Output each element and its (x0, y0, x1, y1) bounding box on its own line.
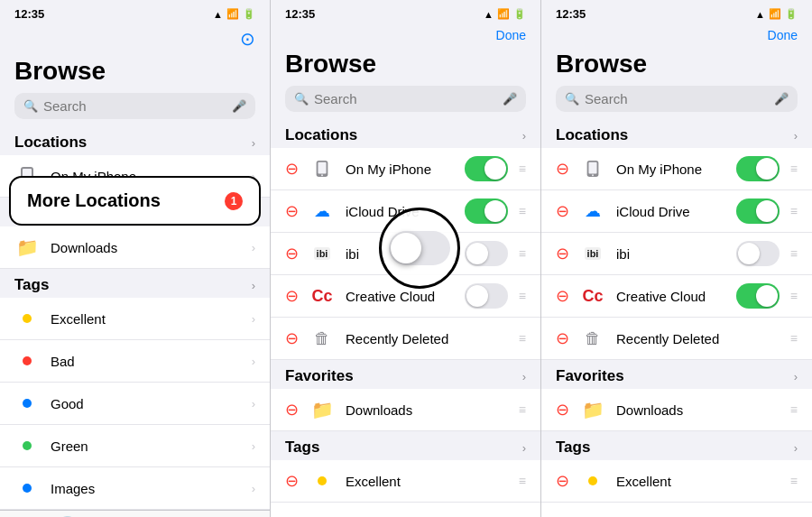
images-label-1: Images (51, 481, 241, 496)
folder-icon-3: 📁 (580, 397, 605, 422)
toggle-cc-2[interactable] (465, 283, 508, 309)
ellipsis-button-1[interactable]: ⊙ (240, 28, 255, 50)
svg-point-5 (321, 174, 323, 176)
minus-icon-3b[interactable]: ⊖ (556, 201, 569, 221)
minus-icon-2a[interactable]: ⊖ (285, 159, 299, 179)
toggle-on-my-iphone-2[interactable] (465, 156, 508, 181)
tags-title-2: Tags (285, 439, 319, 457)
toggle-ibi-2[interactable] (465, 241, 508, 266)
item-cc-3[interactable]: ⊖ Cc Creative Cloud ≡ (541, 275, 812, 318)
battery-icon-3: 🔋 (785, 8, 798, 20)
search-bar-1[interactable]: 🔍 🎤 (14, 93, 255, 119)
cc-icon-2: Cc (309, 283, 335, 309)
tag-good-1[interactable]: Good › (0, 383, 270, 425)
search-input-2[interactable] (314, 91, 497, 106)
tag-bad-3[interactable]: ⊖ Bad ≡ (541, 503, 812, 517)
tags-title-3: Tags (556, 439, 590, 457)
tag-images-1[interactable]: Images › (0, 467, 270, 510)
dot-yellow-3 (580, 468, 605, 494)
minus-bad-3[interactable]: ⊖ (556, 513, 569, 517)
minus-icon-2f[interactable]: ⊖ (285, 400, 299, 420)
toggle-on-my-iphone-3[interactable] (736, 156, 780, 181)
list-item-downloads-1[interactable]: 📁 Downloads › (0, 226, 270, 269)
reorder-icon-3d: ≡ (790, 289, 798, 303)
minus-icon-2d[interactable]: ⊖ (285, 286, 299, 306)
search-bar-3[interactable]: 🔍 🎤 (556, 86, 798, 112)
signal-icon-1: ▲ (213, 9, 223, 20)
search-input-1[interactable] (43, 98, 226, 114)
good-label-1: Good (51, 396, 241, 411)
reorder-excellent-2: ≡ (519, 474, 526, 488)
battery-icon-2: 🔋 (513, 8, 526, 20)
search-input-3[interactable] (585, 91, 769, 106)
tag-bad-2[interactable]: ⊖ Bad ≡ (271, 503, 540, 517)
done-button-2[interactable]: Done (496, 28, 526, 42)
status-time-1: 12:35 (14, 7, 44, 21)
minus-icon-3c[interactable]: ⊖ (556, 244, 569, 263)
chevron-down-icon-1: › (252, 136, 255, 150)
svg-rect-7 (588, 162, 596, 174)
ibi-icon-3: ibi (580, 241, 605, 266)
tag-bad-1[interactable]: Bad › (0, 340, 270, 383)
nav-bar-3: Done (541, 24, 812, 46)
more-locations-badge: 1 (225, 192, 243, 210)
cc-label-2: Creative Cloud (346, 289, 454, 304)
tags-title-1: Tags (14, 276, 49, 294)
tag-green-1[interactable]: Green › (0, 425, 270, 467)
toggle-cc-3[interactable] (736, 283, 780, 309)
minus-bad-2[interactable]: ⊖ (285, 513, 299, 517)
reorder-icon-2b: ≡ (519, 204, 526, 218)
minus-excellent-2[interactable]: ⊖ (285, 471, 299, 491)
status-icons-1: ▲ 📶 🔋 (213, 8, 255, 20)
item-ibi-3[interactable]: ⊖ ibi ibi ≡ (541, 233, 812, 275)
minus-icon-2e[interactable]: ⊖ (285, 328, 299, 348)
dot-yellow-icon-1 (14, 306, 40, 331)
page-title-1: Browse (0, 53, 270, 93)
tag-excellent-3[interactable]: ⊖ Excellent ≡ (541, 460, 812, 503)
minus-excellent-3[interactable]: ⊖ (556, 471, 569, 491)
item-downloads-2[interactable]: ⊖ 📁 Downloads ≡ (271, 389, 540, 431)
minus-icon-2c[interactable]: ⊖ (285, 244, 299, 263)
bad-label-1: Bad (51, 354, 241, 369)
item-recently-deleted-3[interactable]: ⊖ 🗑 Recently Deleted ≡ (541, 318, 812, 360)
item-recently-deleted-2[interactable]: ⊖ 🗑 Recently Deleted ≡ (271, 318, 540, 360)
tag-excellent-2[interactable]: ⊖ Excellent ≡ (271, 460, 540, 503)
minus-icon-3f[interactable]: ⊖ (556, 400, 569, 420)
more-locations-box[interactable]: More Locations 1 (9, 176, 261, 226)
minus-icon-3e[interactable]: ⊖ (556, 328, 569, 348)
item-downloads-3[interactable]: ⊖ 📁 Downloads ≡ (541, 389, 812, 431)
reorder-icon-3e: ≡ (790, 331, 798, 346)
excellent-label-2: Excellent (346, 474, 508, 489)
item-on-my-iphone-3[interactable]: ⊖ On My iPhone ≡ (541, 148, 812, 190)
item-icloud-3[interactable]: ⊖ ☁ iCloud Drive ≡ (541, 190, 812, 233)
recently-deleted-label-2: Recently Deleted (346, 331, 508, 346)
icloud-icon-2: ☁ (309, 198, 335, 224)
dot-green-icon-1 (14, 433, 40, 458)
dot-red-3 (580, 511, 605, 517)
toggle-icloud-3[interactable] (736, 198, 780, 224)
icloud-label-3: iCloud Drive (616, 204, 725, 219)
toggle-icloud-2[interactable] (465, 198, 508, 224)
svg-point-8 (592, 174, 594, 176)
screen-3: 12:35 ▲ 📶 🔋 Done Browse 🔍 🎤 Locations › … (541, 0, 812, 517)
toggle-ibi-3[interactable] (736, 241, 780, 266)
status-bar-1: 12:35 ▲ 📶 🔋 (0, 0, 270, 24)
chevron-right-good-1: › (252, 397, 255, 411)
minus-icon-3d[interactable]: ⊖ (556, 286, 569, 306)
status-icons-3: ▲ 📶 🔋 (755, 8, 798, 20)
done-button-3[interactable]: Done (768, 28, 798, 42)
chevron-right-excellent-1: › (252, 312, 255, 326)
cc-icon-3: Cc (580, 283, 605, 309)
minus-icon-3a[interactable]: ⊖ (556, 159, 569, 179)
chevron-tags-3: › (794, 441, 798, 455)
status-time-3: 12:35 (556, 7, 586, 21)
minus-icon-2b[interactable]: ⊖ (285, 201, 299, 221)
tag-excellent-1[interactable]: Excellent › (0, 298, 270, 340)
item-on-my-iphone-2[interactable]: ⊖ On My iPhone ≡ (271, 148, 540, 190)
search-bar-2[interactable]: 🔍 🎤 (285, 86, 526, 112)
reorder-icon-2f: ≡ (519, 402, 526, 417)
folder-icon-1: 📁 (14, 235, 40, 260)
ibi-label-3: ibi (616, 246, 725, 262)
big-toggle[interactable] (389, 231, 450, 265)
search-icon-1: 🔍 (23, 99, 38, 113)
